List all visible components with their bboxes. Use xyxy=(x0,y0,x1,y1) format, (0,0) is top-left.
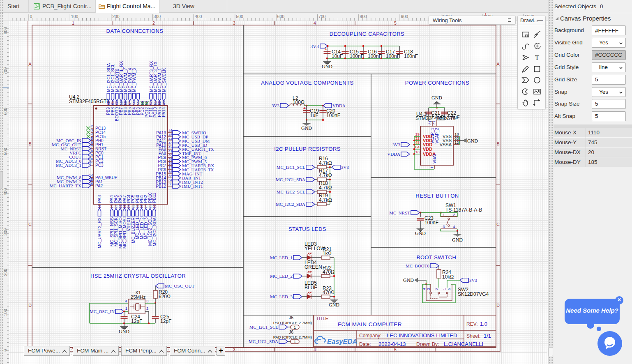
svg-text:800: 800 xyxy=(3,27,8,35)
svg-text:1/1: 1/1 xyxy=(484,333,491,339)
svg-text:MC_LED_3: MC_LED_3 xyxy=(144,217,148,239)
svg-text:MC_BOOT0: MC_BOOT0 xyxy=(115,69,120,92)
svg-text:PAD (CIRCLE 2.7MM): PAD (CIRCLE 2.7MM) xyxy=(273,335,312,339)
svg-text:4: 4 xyxy=(314,21,316,25)
svg-text:2: 2 xyxy=(453,212,455,217)
svg-text:GND: GND xyxy=(452,237,463,243)
svg-text:PB12: PB12 xyxy=(156,184,166,189)
svg-text:MC_I2C1_SCL: MC_I2C1_SCL xyxy=(249,325,279,329)
svg-text:400: 400 xyxy=(3,188,8,196)
svg-text:PB5: PB5 xyxy=(127,107,132,115)
svg-text:38: 38 xyxy=(168,161,173,166)
svg-text:MC_OSC_IN: MC_OSC_IN xyxy=(90,309,115,314)
svg-text:GND: GND xyxy=(431,95,442,101)
svg-text:3: 3 xyxy=(233,21,235,25)
svg-text:MC_NRST: MC_NRST xyxy=(389,210,410,215)
svg-text:PB11: PB11 xyxy=(152,193,157,203)
svg-text:7: 7 xyxy=(91,145,93,149)
svg-text:IMU_INT1: IMU_INT1 xyxy=(182,184,203,189)
svg-text:34: 34 xyxy=(168,178,173,182)
svg-text:1: 1 xyxy=(125,306,127,311)
svg-text:17: 17 xyxy=(97,204,101,208)
svg-text:MC_LED_1: MC_LED_1 xyxy=(270,255,293,260)
svg-text:MC_UART3_RX: MC_UART3_RX xyxy=(149,61,154,92)
svg-text:37: 37 xyxy=(168,166,173,170)
svg-text:PA15: PA15 xyxy=(157,107,162,117)
svg-text:1.0: 1.0 xyxy=(480,321,487,327)
svg-text:STM32F405RGT6: STM32F405RGT6 xyxy=(415,115,456,121)
svg-text:MC_PWM_7: MC_PWM_7 xyxy=(123,68,128,92)
svg-text:9: 9 xyxy=(91,153,93,157)
svg-text:3V3: 3V3 xyxy=(272,103,279,108)
svg-text:STM32F405RGT6: STM32F405RGT6 xyxy=(69,99,109,104)
svg-text:VBAT: VBAT xyxy=(432,153,437,164)
svg-text:MC_ADC3_1: MC_ADC3_1 xyxy=(56,163,81,168)
svg-text:300: 300 xyxy=(154,14,161,19)
svg-text:VDDA: VDDA xyxy=(387,152,400,157)
svg-text:ANALOG VOLTAGE COMPONENTS: ANALOG VOLTAGE COMPONENTS xyxy=(261,80,353,86)
svg-text:HSE 25MHZ CRYSTAL OSCILLATOR: HSE 25MHZ CRYSTAL OSCILLATOR xyxy=(90,273,186,279)
svg-text:1: 1 xyxy=(443,288,447,290)
svg-text:8: 8 xyxy=(91,149,93,153)
svg-text:5: 5 xyxy=(394,21,397,25)
svg-text:0: 0 xyxy=(3,349,8,352)
svg-text:A: A xyxy=(28,62,31,67)
svg-text:43: 43 xyxy=(168,141,173,145)
svg-text:3: 3 xyxy=(91,128,93,132)
svg-text:VREX1: VREX1 xyxy=(127,217,131,231)
svg-text:600: 600 xyxy=(3,108,8,115)
svg-text:GND: GND xyxy=(403,277,414,283)
svg-text:5: 5 xyxy=(91,136,93,141)
svg-text:MC_I2C1_SDA: MC_I2C1_SDA xyxy=(249,339,278,344)
svg-text:1: 1 xyxy=(443,212,445,217)
svg-text:500: 500 xyxy=(3,148,8,155)
svg-text:23: 23 xyxy=(122,204,127,208)
svg-text:12pF: 12pF xyxy=(131,318,142,324)
svg-text:TS-1187A-B-A-B: TS-1187A-B-A-B xyxy=(445,207,482,213)
svg-text:29: 29 xyxy=(148,204,152,208)
svg-text:46: 46 xyxy=(168,129,173,133)
svg-text:MC_PWM_3: MC_PWM_3 xyxy=(132,68,136,92)
svg-text:MC_I2C2_SDA: MC_I2C2_SDA xyxy=(276,202,305,207)
svg-text:470Ω: 470Ω xyxy=(323,269,334,275)
svg-text:MC_SPI1_MOSI: MC_SPI1_MOSI xyxy=(122,217,127,249)
svg-text:1uF: 1uF xyxy=(310,113,318,118)
svg-text:26: 26 xyxy=(135,204,139,208)
svg-text:SK12D07VG4: SK12D07VG4 xyxy=(458,291,489,297)
svg-text:MC_I2C1_SDA: MC_I2C1_SDA xyxy=(106,63,111,92)
svg-text:3: 3 xyxy=(146,299,148,303)
svg-text:MC_UART1_RX: MC_UART1_RX xyxy=(119,61,124,92)
svg-text:VSSA: VSSA xyxy=(440,142,452,147)
svg-text:3V3: 3V3 xyxy=(310,44,319,49)
svg-text:31: 31 xyxy=(428,120,432,124)
svg-text:3V3: 3V3 xyxy=(469,278,477,283)
svg-text:100: 100 xyxy=(71,14,78,19)
svg-text:PC10: PC10 xyxy=(153,107,157,117)
svg-text:300: 300 xyxy=(3,228,8,236)
svg-text:100nF: 100nF xyxy=(368,53,382,59)
svg-text:FCM MAIN COMPUTER: FCM MAIN COMPUTER xyxy=(338,321,402,327)
svg-text:MC_OSC_OUT: MC_OSC_OUT xyxy=(165,283,194,288)
svg-text:3V3: 3V3 xyxy=(392,142,400,147)
svg-text:4: 4 xyxy=(125,299,127,303)
svg-text:EasyEDA: EasyEDA xyxy=(327,338,357,345)
svg-text:B: B xyxy=(28,141,31,146)
svg-text:44: 44 xyxy=(168,137,173,141)
svg-text:GND: GND xyxy=(322,64,332,69)
svg-text:PB8: PB8 xyxy=(111,107,115,115)
svg-text:1: 1 xyxy=(72,21,74,25)
svg-text:PC11: PC11 xyxy=(149,107,153,117)
svg-text:STATUS LEDS: STATUS LEDS xyxy=(288,226,326,232)
svg-text:PC3: PC3 xyxy=(95,163,104,168)
svg-text:PB3: PB3 xyxy=(136,107,141,115)
svg-text:C: C xyxy=(28,222,32,227)
svg-text:100: 100 xyxy=(3,309,8,316)
svg-text:PB6: PB6 xyxy=(123,107,128,115)
svg-text:21: 21 xyxy=(114,204,118,208)
svg-text:4: 4 xyxy=(91,132,93,136)
svg-text:4.7kΩ: 4.7kΩ xyxy=(319,160,332,166)
svg-text:100nF: 100nF xyxy=(404,53,418,59)
svg-text:64: 64 xyxy=(415,145,420,149)
svg-text:700: 700 xyxy=(3,67,8,75)
svg-text:MC_UART3_TX: MC_UART3_TX xyxy=(153,62,158,92)
